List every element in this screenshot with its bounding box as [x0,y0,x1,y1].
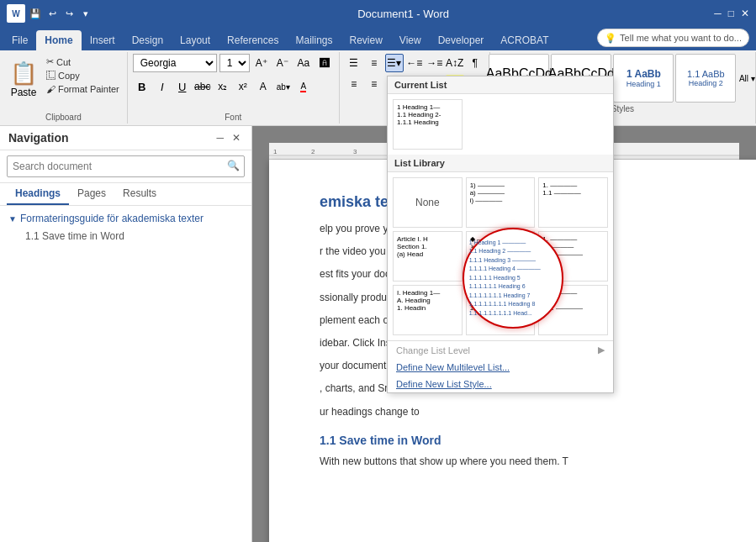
nav-tab-results[interactable]: Results [114,183,165,205]
clipboard-group-label: Clipboard [45,113,82,122]
define-list-style-link[interactable]: Define New List Style... [388,376,613,392]
numbering-button[interactable]: ≡ [365,54,383,72]
format-painter-icon: 🖌 [46,84,56,94]
current-list-grid: 1 Heading 1— 1.1 Heading 2- 1.1.1 Headin… [388,94,613,155]
copy-button[interactable]: ⿺ Copy [44,70,122,82]
doc-paragraph9[interactable]: ur headings change to [320,404,723,420]
style-heading2-label: Heading 2 [689,79,723,87]
superscript-button[interactable]: x² [234,77,252,96]
undo-qat-button[interactable]: ↩ [45,7,59,20]
cut-label: Cut [56,57,71,67]
current-list-item1[interactable]: 1 Heading 1— 1.1 Heading 2- 1.1.1 Headin… [393,99,463,150]
font-family-select[interactable]: Georgia [133,54,217,72]
minimize-button[interactable]: ─ [714,8,722,19]
increase-indent-button[interactable]: →≡ [426,54,444,72]
decrease-indent-button[interactable]: ←≡ [405,54,424,72]
format-painter-button[interactable]: 🖌 Format Painter [44,83,122,95]
svg-text:3: 3 [353,148,357,155]
tab-home[interactable]: Home [36,30,81,50]
nav-tabs: Headings Pages Results [0,183,251,206]
styles-more-button[interactable]: All ▾ [737,69,756,87]
title-bar-left: W 💾 ↩ ↪ ▾ [7,4,93,23]
list-none-item[interactable]: None [393,177,463,228]
title-bar-controls: ─ □ ✕ [714,8,749,19]
subscript-button[interactable]: x₂ [214,77,232,96]
highlight-color-button[interactable]: ab▾ [274,77,293,96]
increase-font-button[interactable]: A⁺ [252,54,271,72]
style-heading1-label: Heading 1 [626,80,661,88]
search-icon[interactable]: 🔍 [227,160,240,171]
style-heading2[interactable]: 1.1 AaBb Heading 2 [675,54,736,103]
list-alpha-item[interactable]: 1) ———— a) ———— i) ———— [466,177,536,228]
define-multilevel-link[interactable]: Define New Multilevel List... [388,359,613,376]
strikethrough-button[interactable]: abc [193,77,212,96]
paste-icon: 📋 [10,61,37,87]
clear-format-button[interactable]: 🅰 [315,54,334,72]
clipboard-right: ✂ Cut ⿺ Copy 🖌 Format Painter [44,54,122,95]
paste-button[interactable]: 📋 Paste [5,54,42,104]
list-article-item[interactable]: Article I. H Section 1. (a) Head [393,231,463,282]
tab-developer[interactable]: Developer [430,30,493,50]
svg-text:1: 1 [273,148,278,155]
nav-tab-pages[interactable]: Pages [69,183,114,205]
list-roman-heading-item[interactable]: I. Heading 1— A. Heading 1. Headin [393,285,463,335]
title-bar: W 💾 ↩ ↪ ▾ Document1 - Word ─ □ ✕ [0,0,756,27]
list-dropdown: Current List 1 Heading 1— 1.1 Heading 2-… [387,76,614,393]
tab-mailings[interactable]: Mailings [287,30,341,50]
nav-item-heading2[interactable]: 1.1 Save time in Word [0,228,251,245]
list-bullet-item[interactable]: 1 Heading 1 ———— 1.1 Heading 2 ———— 1.1.… [466,231,536,282]
style-heading1-preview: 1 AaBb [626,68,661,80]
nav-header: Navigation ─ ✕ [0,126,251,150]
tab-references[interactable]: References [219,30,287,50]
close-button[interactable]: ✕ [741,8,749,19]
align-center-button[interactable]: ≡ [365,75,383,93]
decrease-font-button[interactable]: A⁻ [273,54,292,72]
font-size-select[interactable]: 13 [219,54,250,72]
title-bar-title: Document1 - Word [357,8,449,20]
bold-button[interactable]: B [133,77,151,96]
nav-close-button[interactable]: ✕ [230,131,243,145]
multilevel-list-button[interactable]: ☰▾ [385,54,404,72]
style-heading1[interactable]: 1 AaBb Heading 1 [613,54,674,103]
font-group: Georgia 13 A⁺ A⁻ Aa 🅰 B I U abc x₂ x² A … [128,52,340,124]
ribbon: 📋 Paste ✂ Cut ⿺ Copy 🖌 Format Painter Cl… [0,50,756,126]
align-left-button[interactable]: ≡ [345,75,363,93]
cut-icon: ✂ [46,56,54,67]
font-color-button[interactable]: A [294,77,313,96]
styles-group-label: Styles [611,104,634,113]
change-list-level-arrow: ▶ [598,345,605,355]
tab-acrobat[interactable]: ACROBAT [492,30,557,50]
list-library-header: List Library [388,155,613,172]
tab-view[interactable]: View [391,30,430,50]
search-input[interactable] [7,155,245,177]
word-icon: W [7,4,25,23]
format-painter-label: Format Painter [58,84,119,94]
tab-file[interactable]: File [3,30,36,50]
nav-pin-button[interactable]: ─ [214,131,226,145]
underline-button[interactable]: U [173,77,192,96]
show-hide-button[interactable]: ¶ [466,54,484,72]
more-qat-button[interactable]: ▾ [79,7,93,20]
tab-layout[interactable]: Layout [172,30,219,50]
tab-review[interactable]: Review [341,30,390,50]
maximize-button[interactable]: □ [728,8,734,19]
change-case-button[interactable]: Aa [294,54,313,72]
tell-me-input[interactable]: 💡 Tell me what you want to do... [597,29,749,47]
list-numeric-item[interactable]: 1. ———— 1.1 ———— [538,177,608,228]
lightbulb-icon: 💡 [605,33,616,44]
redo-qat-button[interactable]: ↪ [62,7,76,20]
sort-button[interactable]: A↕Z [446,54,464,72]
paste-label: Paste [11,87,37,98]
cut-button[interactable]: ✂ Cut [44,55,122,68]
italic-button[interactable]: I [153,77,172,96]
nav-tab-headings[interactable]: Headings [7,183,69,205]
text-effects-button[interactable]: A [254,77,272,96]
ribbon-tabs: File Home Insert Design Layout Reference… [0,27,756,50]
svg-text:2: 2 [311,148,315,155]
save-qat-button[interactable]: 💾 [29,7,42,20]
tab-insert[interactable]: Insert [82,30,124,50]
tab-design[interactable]: Design [124,30,172,50]
doc-paragraph10[interactable]: With new buttons that show up where you … [320,454,723,470]
bullets-button[interactable]: ☰ [345,54,363,72]
nav-item-heading1[interactable]: ▼ Formateringsguide för akademiska texte… [0,209,251,228]
